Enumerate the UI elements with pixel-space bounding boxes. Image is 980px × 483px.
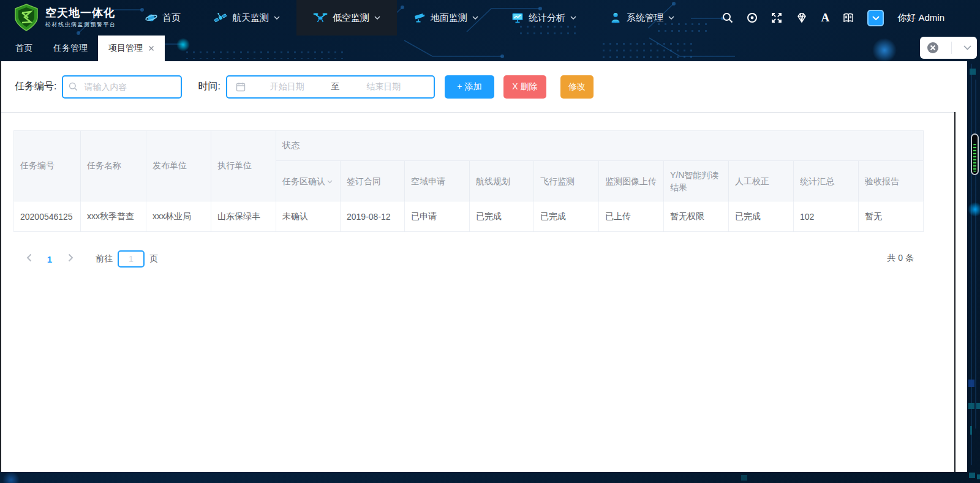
nav-item-label: 低空监测 [333, 12, 369, 24]
page-number-1[interactable]: 1 [39, 254, 60, 264]
col-manual-correction: 人工校正 [729, 161, 794, 201]
col-yn-interpretation: Y/N智能判读结果 [664, 161, 729, 201]
target-icon[interactable] [747, 12, 758, 23]
modify-button[interactable]: 修改 [560, 75, 594, 99]
tabs-menu-button[interactable] [963, 45, 971, 50]
add-button[interactable]: + 添加 [445, 75, 494, 99]
cell-task-number: 20200546125 [14, 201, 81, 232]
filter-bar: 任务编号: 时间: 开始日期 至 结束日期 + 添 [0, 61, 967, 112]
col-sign-contract: 签订合同 [341, 161, 405, 201]
col-route-planning: 航线规划 [470, 161, 534, 201]
col-publish-unit: 发布单位 [146, 131, 211, 201]
col-airspace-application: 空域申请 [405, 161, 470, 201]
col-statistics-summary: 统计汇总 [794, 161, 859, 201]
task-number-input-wrap [62, 75, 182, 99]
app-subtitle: 松材线虫病监测预警平台 [45, 21, 116, 29]
language-icon[interactable] [843, 12, 854, 23]
battery-charge-icon [973, 144, 976, 172]
start-date-placeholder: 开始日期 [246, 81, 329, 92]
cell-flight-monitoring: 已完成 [534, 201, 599, 232]
satellite-icon [214, 12, 227, 24]
cell-statistics-summary: 102 [794, 201, 859, 232]
goto-label: 前往 [96, 253, 113, 264]
monitor-icon [511, 12, 524, 24]
task-number-label: 任务编号: [15, 80, 56, 93]
col-task-area-confirm[interactable]: 任务区确认 [276, 161, 341, 201]
time-label: 时间: [198, 80, 220, 93]
cell-airspace-application: 已申请 [405, 201, 470, 232]
chevron-down-icon [872, 16, 880, 20]
search-icon[interactable] [722, 12, 733, 23]
user-icon [609, 12, 622, 24]
close-icon[interactable] [148, 45, 154, 51]
calendar-icon [236, 82, 246, 92]
top-navbar: 空天地一体化 松材线虫病监测预警平台 首页 [0, 0, 980, 36]
date-separator: 至 [328, 81, 342, 92]
search-icon [69, 82, 78, 91]
table-row[interactable]: 20200546125 xxx秋季普查 xxx林业局 山东保绿丰 未确认 201… [14, 201, 924, 232]
cell-task-name: xxx秋季普查 [81, 201, 146, 232]
planet-icon [145, 12, 157, 24]
nav-item-statistical-analysis[interactable]: 统计分析 [495, 0, 593, 36]
tab-project-management[interactable]: 项目管理 [98, 36, 165, 61]
nav-item-label: 首页 [162, 12, 181, 24]
fullscreen-icon[interactable] [771, 12, 782, 23]
sort-caret-icon[interactable] [327, 174, 333, 187]
nav-item-label: 航天监测 [232, 12, 269, 24]
chevron-down-icon [472, 16, 478, 20]
nav-item-label: 系统管理 [627, 12, 663, 24]
app-logo [13, 4, 39, 32]
gem-icon[interactable] [796, 12, 808, 23]
goto-page-input[interactable] [118, 250, 145, 268]
pagination: 1 前往 页 [18, 250, 158, 268]
divider [0, 112, 955, 113]
nav-item-space-monitoring[interactable]: 航天监测 [197, 0, 296, 36]
content-right-border [954, 112, 956, 472]
col-execute-unit: 执行单位 [211, 131, 276, 201]
drone-icon [313, 12, 328, 24]
font-size-icon[interactable]: A [821, 12, 830, 23]
prev-page-button[interactable] [18, 253, 39, 264]
task-number-input[interactable] [62, 75, 182, 99]
user-greeting: 你好 Admin [897, 12, 944, 24]
chevron-down-icon [274, 16, 280, 20]
tabs-bar: 首页 任务管理 项目管理 [0, 36, 980, 61]
next-page-button[interactable] [60, 253, 81, 264]
main-content: 任务编号: 时间: 开始日期 至 结束日期 + 添 [0, 61, 967, 472]
scrollbar-thumb[interactable] [971, 133, 979, 175]
divider [951, 42, 952, 54]
main-menu: 首页 航天监测 [129, 0, 691, 36]
cell-sign-contract: 2019-08-12 [341, 201, 405, 232]
navbar-actions: A 你好 Admin [722, 10, 980, 26]
col-group-status: 状态 [276, 131, 924, 161]
content-left-border [0, 61, 1, 472]
user-dropdown-button[interactable] [867, 10, 884, 26]
page-unit-label: 页 [149, 253, 158, 264]
chevron-down-icon [668, 16, 674, 20]
nav-item-system-management[interactable]: 系统管理 [593, 0, 691, 36]
app-title: 空天地一体化 [45, 7, 116, 19]
tab-home[interactable]: 首页 [5, 36, 43, 61]
col-task-name: 任务名称 [81, 131, 146, 201]
cell-yn-interpretation: 暂无权限 [664, 201, 729, 232]
nav-item-home[interactable]: 首页 [129, 0, 197, 36]
cell-route-planning: 已完成 [470, 201, 534, 232]
tab-task-management[interactable]: 任务管理 [43, 36, 98, 61]
chevron-down-icon [374, 16, 380, 20]
date-range-picker[interactable]: 开始日期 至 结束日期 [226, 75, 435, 99]
cell-execute-unit: 山东保绿丰 [211, 201, 276, 232]
nav-item-low-altitude-monitoring[interactable]: 低空监测 [296, 0, 397, 36]
chevron-down-icon [570, 16, 576, 20]
cell-task-area-confirm: 未确认 [276, 201, 341, 232]
col-task-number: 任务编号 [14, 131, 81, 201]
close-all-tabs-button[interactable] [926, 41, 940, 54]
col-acceptance-report: 验收报告 [859, 161, 924, 201]
cell-acceptance-report: 暂无 [859, 201, 924, 232]
end-date-placeholder: 结束日期 [342, 81, 425, 92]
nav-item-ground-monitoring[interactable]: 地面监测 [397, 0, 495, 36]
tabs-actions [920, 37, 977, 59]
nav-item-label: 地面监测 [431, 12, 467, 24]
delete-button[interactable]: X 删除 [503, 75, 546, 99]
cell-publish-unit: xxx林业局 [146, 201, 211, 232]
app-brand: 空天地一体化 松材线虫病监测预警平台 [0, 4, 129, 32]
